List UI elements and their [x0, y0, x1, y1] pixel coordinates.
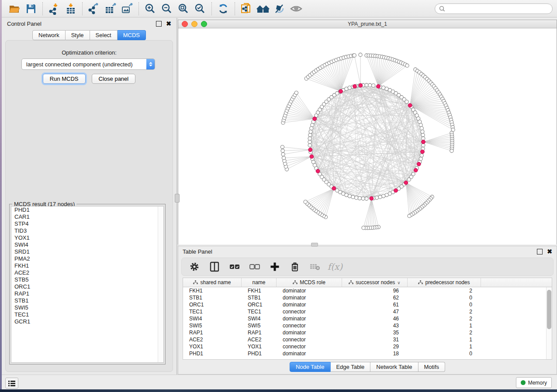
tab-edge-table[interactable]: Edge Table [330, 362, 370, 372]
mcds-result-item[interactable]: STB1 [11, 297, 163, 304]
table-row[interactable]: RAP1RAP1dominator352 [183, 329, 552, 336]
birds-eye-view-button[interactable] [255, 1, 271, 16]
mcds-result-item[interactable]: SRD1 [11, 248, 163, 255]
column-header-predecessor-nodes[interactable]: predecessor nodes [408, 278, 481, 287]
cell-shared-name: SWI4 [183, 316, 242, 322]
clone-network-button[interactable] [238, 1, 255, 16]
table-row[interactable]: SWI4SWI4dominator462 [183, 315, 552, 322]
table-row[interactable]: TEC1TEC1connector472 [183, 308, 552, 315]
export-table-button[interactable] [102, 1, 119, 16]
function-builder-button[interactable]: f(x) [329, 261, 341, 272]
mcds-result-item[interactable]: ACE2 [11, 269, 163, 276]
deselect-all-button[interactable] [249, 261, 260, 272]
table-row[interactable]: ACE2ACE2connector311 [183, 336, 552, 343]
trash-icon [290, 261, 300, 272]
criterion-dropdown[interactable]: largest connected component (undirected) [21, 58, 155, 70]
mcds-result-item[interactable]: STB5 [11, 276, 163, 283]
list-scrollbar[interactable] [158, 206, 163, 362]
show-columns-button[interactable] [209, 261, 220, 272]
save-session-button[interactable] [23, 1, 39, 16]
cell-MCDS-role: connector [277, 309, 342, 315]
mcds-result-item[interactable]: SWI4 [11, 241, 163, 248]
memory-button[interactable]: Memory [516, 377, 552, 388]
cell-MCDS-role: connector [277, 344, 342, 350]
column-header-successor-nodes[interactable]: successor nodes∨ [342, 278, 408, 287]
sort-arrow-icon: ∨ [397, 280, 400, 285]
zoom-in-button[interactable] [142, 1, 159, 16]
table-panel: Table Panel ✖ f(x) shared namenameMCDS r… [178, 246, 557, 375]
table-row[interactable]: FKH1FKH1dominator962 [183, 287, 552, 294]
zoom-selected-button[interactable] [192, 1, 208, 16]
import-network-button[interactable] [46, 1, 62, 16]
mcds-result-item[interactable]: SWI5 [11, 304, 163, 311]
cell-successor-nodes: 35 [342, 330, 408, 336]
delete-table-button[interactable] [309, 261, 321, 272]
dropdown-arrows-icon [146, 59, 155, 69]
export-network-icon [88, 3, 100, 15]
refresh-button[interactable] [215, 1, 232, 16]
vertical-splitter-handle[interactable] [175, 194, 180, 203]
mcds-result-item[interactable]: FKH1 [11, 262, 163, 269]
network-canvas[interactable] [178, 28, 557, 244]
table-row[interactable]: YOX1YOX1connector291 [183, 343, 552, 350]
network-window-titlebar[interactable]: YPA_prune.txt_1 [178, 20, 557, 28]
cell-name: ORC1 [242, 302, 277, 308]
table-options-button[interactable] [189, 261, 200, 272]
search-box[interactable] [435, 3, 553, 14]
mcds-result-item[interactable]: STP4 [11, 220, 163, 227]
add-column-button[interactable] [269, 261, 280, 272]
mcds-result-item[interactable]: PMA2 [11, 255, 163, 262]
select-all-button[interactable] [229, 261, 240, 272]
tab-node-table[interactable]: Node Table [290, 362, 331, 372]
tab-style[interactable]: Style [66, 30, 90, 40]
tab-select[interactable]: Select [90, 30, 118, 40]
close-panel-icon[interactable]: ✖ [166, 21, 171, 26]
mcds-result-item[interactable]: CAR1 [11, 213, 163, 220]
table-row[interactable]: SWI5SWI5connector431 [183, 322, 552, 329]
export-image-button[interactable] [119, 1, 135, 16]
column-header-shared-name[interactable]: shared name [183, 278, 242, 287]
mcds-result-item[interactable]: TEC1 [11, 311, 163, 318]
run-mcds-button[interactable]: Run MCDS [43, 74, 86, 84]
tab-motifs[interactable]: Motifs [418, 362, 445, 372]
horizontal-splitter-handle[interactable] [311, 243, 318, 247]
table-row[interactable]: PHD1PHD1dominator180 [183, 350, 552, 357]
table-scrollbar[interactable] [546, 287, 552, 359]
hide-annotations-button[interactable] [271, 1, 288, 16]
tab-network[interactable]: Network [32, 30, 66, 40]
table-row[interactable]: STB1STB1dominator620 [183, 294, 552, 301]
column-header-MCDS-role[interactable]: MCDS role [277, 278, 342, 287]
float-panel-icon[interactable] [156, 21, 162, 27]
search-input[interactable] [448, 5, 548, 12]
zoom-fit-button[interactable] [175, 1, 192, 16]
table-toolbar: f(x) [181, 258, 554, 276]
toolbar-separator [82, 2, 83, 15]
mcds-result-item[interactable]: RAP1 [11, 290, 163, 297]
tab-mcds[interactable]: MCDS [118, 30, 146, 40]
float-table-panel-icon[interactable] [537, 249, 543, 254]
import-table-button[interactable] [62, 1, 79, 16]
cell-predecessor-nodes: 0 [408, 351, 481, 357]
mcds-result-item[interactable]: TID3 [11, 227, 163, 234]
mcds-result-item[interactable]: ORC1 [11, 283, 163, 290]
close-table-panel-icon[interactable]: ✖ [547, 249, 552, 254]
zoom-out-button[interactable] [159, 1, 175, 16]
show-graphics-details-button[interactable] [288, 1, 304, 16]
mcds-result-item[interactable]: PHD1 [11, 206, 163, 213]
zoom-in-icon [144, 3, 156, 15]
mcds-result-item[interactable]: GCR1 [11, 318, 163, 325]
mcds-result-list[interactable]: PHD1CAR1STP4TID3YOX1SWI4SRD1PMA2FKH1ACE2… [11, 206, 164, 363]
table-row[interactable]: ORC1ORC1dominator610 [183, 301, 552, 308]
task-history-button[interactable] [5, 378, 18, 389]
cell-shared-name: STB1 [183, 295, 242, 301]
delete-columns-button[interactable] [289, 261, 301, 272]
mcds-result-item[interactable]: YOX1 [11, 234, 163, 241]
open-file-button[interactable] [6, 1, 23, 16]
cell-MCDS-role: dominator [277, 302, 342, 308]
tab-network-table[interactable]: Network Table [370, 362, 418, 372]
close-panel-button[interactable]: Close panel [92, 74, 136, 84]
column-header-name[interactable]: name [242, 278, 277, 287]
table-scrollbar-thumb[interactable] [547, 290, 551, 329]
export-network-button[interactable] [86, 1, 102, 16]
cell-MCDS-role: dominator [277, 330, 342, 336]
